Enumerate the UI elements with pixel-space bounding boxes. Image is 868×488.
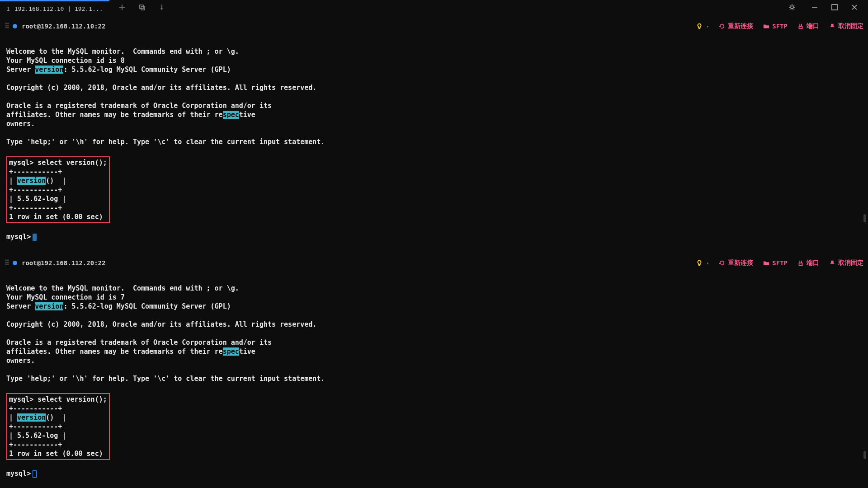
line: 1 row in set (0.00 sec) bbox=[9, 450, 103, 458]
svg-rect-0 bbox=[140, 5, 143, 9]
line: Server version: 5.5.62-log MySQL Communi… bbox=[6, 302, 231, 310]
line: Copyright (c) 2000, 2018, Oracle and/or … bbox=[6, 84, 316, 92]
tab-active[interactable]: 1 192.168.112.10 | 192.1... bbox=[0, 0, 109, 16]
terminal-output-2[interactable]: Welcome to the MySQL monitor. Commands e… bbox=[0, 270, 868, 488]
drag-handle-icon[interactable]: ⠿ bbox=[5, 22, 8, 30]
line: +-----------+ bbox=[9, 168, 62, 176]
settings-icon[interactable] bbox=[788, 4, 796, 13]
annotation-box: mysql> select version(); +-----------+ |… bbox=[6, 156, 110, 223]
line: owners. bbox=[6, 357, 35, 365]
highlight: spec bbox=[223, 111, 239, 119]
highlight: version bbox=[17, 177, 46, 185]
host-label: root@192.168.112.20:22 bbox=[22, 259, 105, 267]
terminal-output-1[interactable]: Welcome to the MySQL monitor. Commands e… bbox=[0, 33, 868, 253]
line: +-----------+ bbox=[9, 204, 62, 212]
line: Copyright (c) 2000, 2018, Oracle and/or … bbox=[6, 320, 316, 328]
pane-header-2: ⠿ root@192.168.112.20:22 ▾ 重新连接 SFTP 端口 … bbox=[0, 256, 868, 270]
scrollbar[interactable] bbox=[863, 451, 866, 459]
pin-icon[interactable] bbox=[158, 4, 165, 13]
line: | version() | bbox=[9, 413, 66, 422]
svg-rect-3 bbox=[832, 5, 837, 10]
maximize-icon[interactable] bbox=[831, 4, 838, 13]
cursor-icon bbox=[33, 234, 37, 241]
line: +-----------+ bbox=[9, 422, 62, 431]
port-button[interactable]: 端口 bbox=[797, 259, 819, 267]
host-label: root@192.168.112.10:22 bbox=[22, 23, 105, 30]
titlebar: 1 192.168.112.10 | 192.1... bbox=[0, 0, 868, 16]
svg-point-2 bbox=[791, 6, 793, 9]
line: | 5.5.62-log | bbox=[9, 195, 66, 203]
sftp-button[interactable]: SFTP bbox=[763, 259, 788, 267]
line: affiliates. Other names may be trademark… bbox=[6, 347, 255, 356]
status-dot bbox=[13, 261, 17, 265]
line: affiliates. Other names may be trademark… bbox=[6, 111, 255, 119]
line: Oracle is a registered trademark of Orac… bbox=[6, 338, 272, 347]
port-button[interactable]: 端口 bbox=[797, 22, 819, 30]
line: Your MySQL connection id is 8 bbox=[6, 56, 125, 65]
highlight: version bbox=[35, 66, 63, 74]
new-tab-icon[interactable] bbox=[118, 4, 126, 13]
line: Server version: 5.5.62-log MySQL Communi… bbox=[6, 66, 231, 74]
close-icon[interactable] bbox=[851, 4, 858, 13]
highlight: spec bbox=[223, 347, 239, 356]
line: | version() | bbox=[9, 177, 66, 185]
line: Oracle is a registered trademark of Orac… bbox=[6, 102, 272, 110]
hint-icon[interactable]: ▾ bbox=[696, 23, 709, 29]
tab-title: 192.168.112.10 | 192.1... bbox=[14, 5, 103, 12]
unpin-button[interactable]: 取消固定 bbox=[829, 259, 863, 267]
reconnect-button[interactable]: 重新连接 bbox=[719, 22, 753, 30]
pane-header-1: ⠿ root@192.168.112.10:22 ▾ 重新连接 SFTP 端口 … bbox=[0, 19, 868, 33]
minimize-icon[interactable] bbox=[811, 4, 818, 13]
line: +-----------+ bbox=[9, 441, 62, 449]
hint-icon[interactable]: ▾ bbox=[696, 260, 709, 266]
svg-rect-1 bbox=[141, 6, 145, 10]
line: mysql> select version(); bbox=[9, 395, 107, 404]
window-controls bbox=[778, 0, 868, 16]
drag-handle-icon[interactable]: ⠿ bbox=[5, 259, 8, 267]
status-dot bbox=[13, 24, 17, 28]
line: owners. bbox=[6, 120, 35, 128]
reconnect-button[interactable]: 重新连接 bbox=[719, 259, 753, 267]
duplicate-icon[interactable] bbox=[138, 4, 146, 13]
line: Type 'help;' or '\h' for help. Type '\c'… bbox=[6, 138, 325, 146]
line: Your MySQL connection id is 7 bbox=[6, 293, 125, 301]
line: Welcome to the MySQL monitor. Commands e… bbox=[6, 284, 239, 292]
line: | 5.5.62-log | bbox=[9, 432, 66, 440]
line: Type 'help;' or '\h' for help. Type '\c'… bbox=[6, 375, 325, 383]
scrollbar[interactable] bbox=[863, 214, 866, 222]
annotation-box: mysql> select version(); +-----------+ |… bbox=[6, 393, 110, 460]
sftp-button[interactable]: SFTP bbox=[763, 23, 788, 30]
prompt-line[interactable]: mysql> bbox=[6, 469, 37, 478]
highlight: version bbox=[35, 302, 63, 310]
unpin-button[interactable]: 取消固定 bbox=[829, 22, 863, 30]
prompt-line[interactable]: mysql> bbox=[6, 233, 37, 241]
line: Welcome to the MySQL monitor. Commands e… bbox=[6, 47, 239, 56]
tab-toolbar bbox=[109, 0, 165, 16]
line: 1 row in set (0.00 sec) bbox=[9, 213, 103, 221]
cursor-icon bbox=[33, 470, 37, 478]
line: +-----------+ bbox=[9, 186, 62, 194]
highlight: version bbox=[17, 413, 46, 422]
line: mysql> select version(); bbox=[9, 159, 107, 167]
line: +-----------+ bbox=[9, 404, 62, 413]
tab-index: 1 bbox=[6, 5, 10, 12]
